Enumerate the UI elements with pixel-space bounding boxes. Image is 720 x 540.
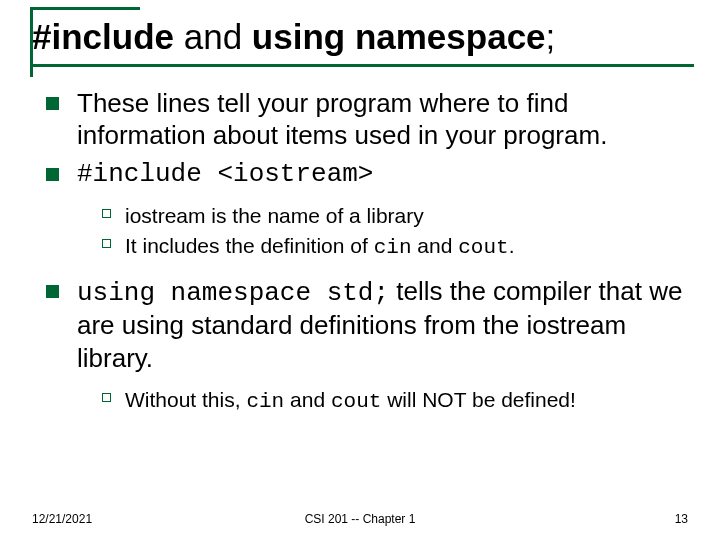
hollow-square-bullet-icon — [102, 239, 111, 248]
text-span: will NOT be defined! — [381, 388, 576, 411]
list-item: Without this, cin and cout will NOT be d… — [102, 386, 684, 415]
text-span: It includes the definition of — [125, 234, 374, 257]
title-part-include: #include — [32, 17, 174, 56]
slide-title: #include and using namespace; — [26, 18, 694, 57]
code-span: cin — [246, 390, 284, 413]
list-item: These lines tell your program where to f… — [46, 87, 684, 152]
code-span: cin — [374, 236, 412, 259]
content-area: These lines tell your program where to f… — [26, 65, 694, 429]
bullet-list: These lines tell your program where to f… — [46, 87, 684, 191]
list-item: using namespace std; tells the compiler … — [46, 275, 684, 375]
slide: #include and using namespace; These line… — [0, 0, 720, 540]
text-span: and — [411, 234, 458, 257]
square-bullet-icon — [46, 168, 59, 181]
footer-center: CSI 201 -- Chapter 1 — [305, 512, 416, 526]
footer: 12/21/2021 CSI 201 -- Chapter 1 13 — [0, 512, 720, 526]
hollow-square-bullet-icon — [102, 209, 111, 218]
title-block: #include and using namespace; — [26, 18, 694, 65]
list-item: iostream is the name of a library — [102, 202, 684, 229]
title-part-semi: ; — [546, 17, 556, 56]
bullet-text: using namespace std; tells the compiler … — [77, 275, 684, 375]
accent-rule-bottom — [30, 64, 694, 67]
text-span: and — [284, 388, 331, 411]
square-bullet-icon — [46, 285, 59, 298]
text-span: Without this, — [125, 388, 246, 411]
sub-bullet-text: Without this, cin and cout will NOT be d… — [125, 386, 576, 415]
code-span: cout — [458, 236, 508, 259]
title-part-and: and — [174, 17, 252, 56]
square-bullet-icon — [46, 97, 59, 110]
code-span: cout — [331, 390, 381, 413]
list-item: #include <iostream> — [46, 158, 684, 191]
sub-bullet-text: iostream is the name of a library — [125, 202, 424, 229]
title-part-using: using namespace — [252, 17, 546, 56]
accent-rule-vertical — [30, 7, 33, 77]
sub-bullet-text: It includes the definition of cin and co… — [125, 232, 514, 261]
sub-bullet-list: Without this, cin and cout will NOT be d… — [46, 380, 684, 428]
sub-bullet-list: iostream is the name of a library It inc… — [46, 196, 684, 275]
list-item: It includes the definition of cin and co… — [102, 232, 684, 261]
bullet-list: using namespace std; tells the compiler … — [46, 275, 684, 375]
text-span: . — [509, 234, 515, 257]
footer-date: 12/21/2021 — [32, 512, 92, 526]
footer-page-number: 13 — [675, 512, 688, 526]
bullet-text-code: #include <iostream> — [77, 158, 373, 191]
accent-rule-top — [30, 7, 140, 10]
hollow-square-bullet-icon — [102, 393, 111, 402]
code-span: using namespace std; — [77, 278, 389, 308]
bullet-text: These lines tell your program where to f… — [77, 87, 684, 152]
